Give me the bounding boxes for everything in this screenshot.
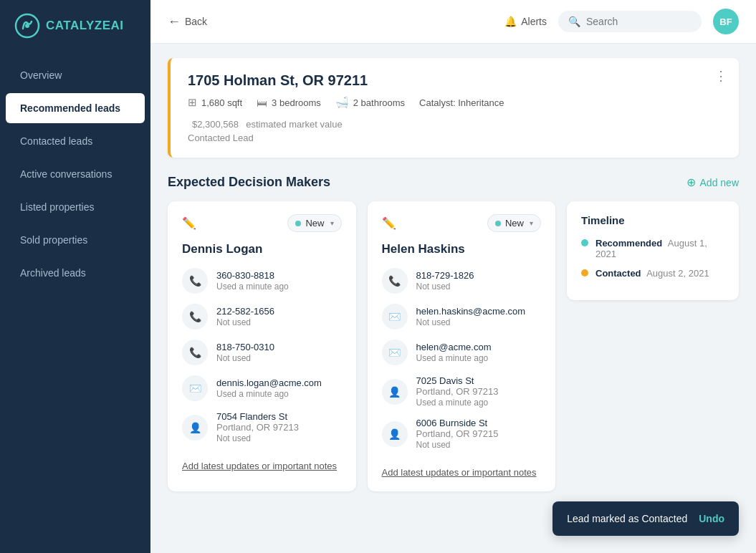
bathrooms-item: 🛁 2 bathrooms (335, 96, 405, 109)
contact-status: Used a minute ago (216, 389, 322, 399)
svg-point-1 (25, 24, 29, 28)
logo: CATALYZEAI (0, 0, 150, 52)
contact-status: Not used (216, 353, 274, 363)
market-value: $2,300,568 estimated market value (188, 117, 722, 130)
header: ← Back 🔔 Alerts 🔍 BF (150, 0, 756, 44)
catalyst-value: Catalyst: Inheritance (419, 97, 504, 108)
phone-icon-wrap: 📞 (182, 304, 208, 330)
contact-item: 📞 818-750-0310 Not used (182, 340, 342, 365)
back-label: Back (185, 16, 207, 27)
email-icon: ✉️ (388, 347, 401, 358)
logo-icon (14, 13, 40, 39)
toast-notification: Lead marked as Contacted Undo (552, 501, 739, 536)
email-icon: ✉️ (189, 383, 201, 394)
sidebar-item-sold-properties[interactable]: Sold properties (6, 225, 145, 255)
contact-item: ✉️ helen@acme.com Used a minute ago (382, 340, 542, 365)
edit-button-dennis[interactable]: ✏️ (182, 216, 196, 230)
status-label-dennis: New (305, 218, 324, 229)
contact-value: helen@acme.com (416, 342, 492, 352)
contact-address2: Portland, OR 97213 (216, 422, 299, 433)
add-new-label: Add new (700, 177, 739, 188)
dm-card-header-helen: ✏️ New ▾ (382, 214, 542, 232)
search-box[interactable]: 🔍 (558, 11, 702, 32)
search-icon: 🔍 (568, 16, 580, 27)
contact-status: Used a minute ago (216, 282, 289, 292)
sidebar-item-listed-properties[interactable]: Listed properties (6, 192, 145, 222)
sidebar-item-contacted-leads[interactable]: Contacted leads (6, 126, 145, 156)
decision-makers-header: Expected Decision Makers ⊕ Add new (168, 175, 739, 190)
contact-item: 📞 360-830-8818 Used a minute ago (182, 268, 342, 294)
dm-card-helen: ✏️ New ▾ Helen Haskins 📞 818-7 (368, 201, 556, 491)
contact-status: Not used (416, 440, 499, 450)
sidebar-item-archived-leads[interactable]: Archived leads (6, 258, 145, 288)
bath-icon: 🛁 (335, 96, 349, 109)
property-status: Contacted Lead (188, 133, 722, 143)
contact-value: helen.haskins@acme.com (416, 306, 526, 317)
search-input[interactable] (586, 16, 692, 27)
contact-value: 7025 Davis St (416, 375, 499, 386)
back-button[interactable]: ← Back (168, 14, 207, 29)
sidebar-item-active-conversations[interactable]: Active conversations (6, 159, 145, 189)
contact-status: Not used (416, 282, 474, 292)
property-meta: ⊞ 1,680 sqft 🛏 3 bedrooms 🛁 2 bathrooms … (188, 96, 722, 109)
phone-icon: 📞 (388, 275, 401, 287)
catalyst-item: Catalyst: Inheritance (419, 97, 504, 108)
timeline-text-recommended: Recommended August 1, 2021 (595, 238, 724, 259)
sqft-value: 1,680 sqft (201, 97, 242, 108)
address-icon: 👤 (388, 386, 401, 398)
sidebar-item-overview[interactable]: Overview (6, 60, 145, 90)
timeline-dot-recommended (581, 239, 588, 246)
contact-item: ✉️ dennis.logan@acme.com Used a minute a… (182, 375, 342, 401)
status-badge-dennis[interactable]: New ▾ (287, 214, 341, 232)
more-options-button[interactable]: ⋮ (714, 69, 727, 82)
add-new-button[interactable]: ⊕ Add new (686, 175, 739, 189)
add-notes-button-dennis[interactable]: Add latest updates or important notes (182, 461, 337, 471)
status-dot-dennis (295, 221, 301, 226)
contact-info: 6006 Burnside St Portland, OR 97215 Not … (416, 418, 499, 450)
toast-undo-button[interactable]: Undo (699, 513, 724, 524)
section-title: Expected Decision Makers (168, 175, 330, 190)
contact-value: 7054 Flanders St (216, 411, 299, 422)
address-icon: 👤 (388, 428, 401, 440)
contact-status: Not used (216, 317, 274, 327)
content-area: ⋮ 1705 Holman St, OR 97211 ⊞ 1,680 sqft … (150, 44, 756, 553)
email-icon: ✉️ (388, 311, 401, 322)
contact-item: 📞 212-582-1656 Not used (182, 304, 342, 330)
timeline-title: Timeline (581, 214, 724, 226)
alerts-button[interactable]: 🔔 Alerts (504, 16, 547, 27)
contact-value: 212-582-1656 (216, 306, 274, 317)
dm-name-dennis: Dennis Logan (182, 242, 342, 256)
sidebar-item-recommended-leads[interactable]: Recommended leads (6, 93, 145, 123)
contact-item: 📞 818-729-1826 Not used (382, 268, 542, 294)
contact-address2: Portland, OR 97213 (416, 386, 499, 397)
address-icon-wrap: 👤 (382, 421, 408, 447)
toast-message: Lead marked as Contacted (567, 513, 687, 524)
main-content: ← Back 🔔 Alerts 🔍 BF ⋮ 1705 Holman St, O… (150, 0, 756, 553)
contact-item: 👤 7054 Flanders St Portland, OR 97213 No… (182, 411, 342, 443)
phone-icon-wrap: 📞 (182, 268, 208, 294)
dm-card-header-dennis: ✏️ New ▾ (182, 214, 342, 232)
chevron-down-icon-dennis: ▾ (330, 219, 334, 227)
add-notes-button-helen[interactable]: Add latest updates or important notes (382, 467, 537, 478)
contact-info: helen@acme.com Used a minute ago (416, 342, 492, 363)
property-address: 1705 Holman St, OR 97211 (188, 72, 722, 89)
edit-button-helen[interactable]: ✏️ (382, 216, 396, 230)
status-badge-helen[interactable]: New ▾ (487, 214, 541, 232)
timeline-item-recommended: Recommended August 1, 2021 (581, 238, 724, 259)
timeline-dot-contacted (581, 269, 588, 276)
contact-item: 👤 6006 Burnside St Portland, OR 97215 No… (382, 418, 542, 450)
alerts-label: Alerts (521, 16, 547, 27)
timeline-card: Timeline Recommended August 1, 2021 Cont… (567, 201, 739, 300)
contact-info: 818-750-0310 Not used (216, 342, 274, 363)
address-icon-wrap: 👤 (182, 415, 208, 441)
contact-item: ✉️ helen.haskins@acme.com Not used (382, 304, 542, 330)
dm-cards-container: ✏️ New ▾ Dennis Logan 📞 360-83 (168, 201, 555, 491)
contact-status: Used a minute ago (416, 353, 492, 363)
contact-info: 360-830-8818 Used a minute ago (216, 270, 289, 292)
dm-card-dennis: ✏️ New ▾ Dennis Logan 📞 360-83 (168, 201, 356, 491)
right-column: Timeline Recommended August 1, 2021 Cont… (567, 201, 739, 491)
bell-icon: 🔔 (504, 16, 517, 27)
phone-icon: 📞 (189, 347, 201, 358)
cards-grid: ✏️ New ▾ Dennis Logan 📞 360-83 (168, 201, 739, 491)
email-icon-wrap: ✉️ (182, 375, 208, 401)
